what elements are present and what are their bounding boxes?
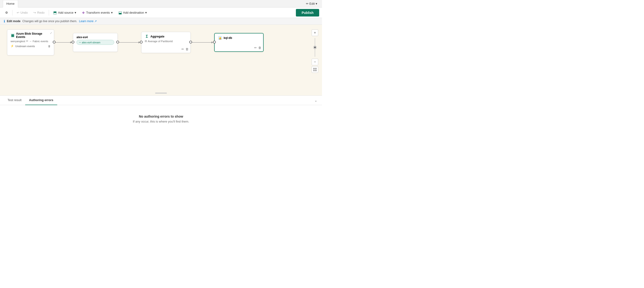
stream-right-connector [116, 41, 119, 44]
edit-label: Edit [310, 2, 315, 6]
edit-chevron-icon: ▾ [316, 2, 317, 6]
toolbar: ⚙ ↩ Undo ↪ Redo ⬒ Add source ▾ ❖ Transfo… [0, 8, 322, 18]
tab-test-result[interactable]: Test result [4, 96, 25, 105]
bottom-content: No authoring errors to show If any occur… [0, 105, 322, 133]
destination-node-title: kql-db [224, 36, 232, 40]
add-destination-chevron-icon: ▾ [145, 11, 147, 14]
source-node-actions: ⚡ Unstream events 🗑 [10, 45, 50, 48]
source-node-header: ▦ Azure Blob Storage Events [10, 32, 50, 39]
transform-right-connector [189, 41, 192, 44]
info-icon: ℹ [4, 19, 5, 23]
source-node-sub: wenyangtest ✏ → Fabric events [10, 40, 50, 43]
stream-left-connector [72, 41, 74, 44]
add-source-icon: ⬒ [53, 10, 57, 15]
destination-node-header: 🔔 kql-db [218, 36, 260, 40]
tab-home[interactable]: Home [3, 0, 18, 8]
destination-edit-icon[interactable]: ✏ [254, 46, 257, 50]
learn-more-link[interactable]: Learn more ↗ [79, 20, 97, 23]
edit-icon: ✏ [306, 2, 308, 6]
transform-icon: ❖ [82, 11, 85, 15]
source-dest: Fabric events [33, 40, 48, 43]
stream-pill-icon: ~ [79, 41, 81, 44]
undo-button[interactable]: ↩ Undo [14, 10, 30, 16]
edit-banner-message: Changes will go live once you publish th… [22, 20, 77, 23]
transform-edit-icon[interactable]: ✏ [182, 47, 184, 51]
add-destination-label: Add destination [123, 11, 144, 14]
arrow-1 [54, 40, 73, 45]
stream-pill-label: alex-es4-stream [82, 41, 100, 44]
no-errors-sub: If any occur, this is where you'll find … [133, 120, 189, 123]
publish-button[interactable]: Publish [296, 9, 319, 17]
chevron-down-icon: ⌄ [314, 99, 317, 102]
zoom-fit-button[interactable] [312, 66, 318, 73]
svg-rect-9 [316, 68, 316, 69]
stream-pill[interactable]: ~ alex-es4-stream [76, 40, 114, 45]
stream-node[interactable]: alex-es4 ~ alex-es4-stream [73, 33, 118, 52]
add-destination-button[interactable]: ⬓ Add destination ▾ [116, 9, 150, 16]
transform-node-title: Aggregate [150, 35, 164, 38]
svg-rect-11 [316, 70, 316, 71]
transform-delete-icon[interactable]: 🗑 [186, 47, 188, 51]
source-arrow: → [29, 40, 32, 43]
toolbar-separator-1 [12, 10, 12, 16]
arrow-3 [191, 40, 214, 45]
sigma-icon: Σ [145, 35, 149, 39]
add-source-button[interactable]: ⬒ Add source ▾ [51, 9, 78, 16]
destination-node-actions: ✏ 🗑 [254, 46, 261, 50]
source-delete-icon[interactable]: 🗑 [48, 45, 50, 48]
pipeline-area: ⤢ ▦ Azure Blob Storage Events wenyangtes… [7, 30, 264, 55]
bottom-tabs: Test result Authoring errors ⌄ [0, 96, 322, 105]
redo-icon: ↪ [34, 11, 36, 14]
zoom-controls: + − [312, 30, 318, 73]
no-errors-title: No authoring errors to show [139, 115, 183, 118]
destination-delete-icon[interactable]: 🗑 [258, 46, 261, 50]
destination-left-connector [213, 41, 216, 44]
azure-blob-icon: ▦ [10, 33, 14, 38]
transform-node-sub: ⊟ Average of PartitionId [145, 40, 187, 43]
transform-sub-label: Average of PartitionId [148, 40, 173, 43]
unstream-icon: ⚡ [10, 45, 14, 48]
scroll-indicator [155, 93, 167, 94]
destination-node[interactable]: 🔔 kql-db ✏ 🗑 [214, 33, 264, 52]
zoom-out-button[interactable]: − [312, 59, 318, 65]
transform-node-actions: ✏ 🗑 [182, 47, 188, 51]
bottom-panel-chevron[interactable]: ⌄ [314, 98, 318, 103]
settings-button[interactable]: ⚙ [3, 10, 10, 16]
undo-label: Undo [20, 11, 28, 14]
tab-test-result-label: Test result [8, 98, 22, 102]
add-destination-icon: ⬓ [118, 10, 122, 15]
source-user: wenyangtest [10, 40, 25, 43]
tab-home-label: Home [6, 2, 14, 6]
redo-button[interactable]: ↪ Redo [31, 10, 47, 16]
transform-events-button[interactable]: ❖ Transform events ▾ [80, 10, 115, 16]
source-node-title: Azure Blob Storage Events [16, 32, 50, 39]
source-node[interactable]: ⤢ ▦ Azure Blob Storage Events wenyangtes… [7, 30, 54, 55]
undo-icon: ↩ [17, 11, 19, 14]
transform-chevron-icon: ▾ [111, 11, 113, 14]
canvas[interactable]: ⤢ ▦ Azure Blob Storage Events wenyangtes… [0, 25, 322, 95]
source-edit-icon: ✏ [26, 40, 28, 43]
add-source-label: Add source [58, 11, 74, 14]
unstream-label[interactable]: Unstream events [15, 45, 35, 48]
toolbar-separator-2 [49, 10, 49, 16]
publish-label: Publish [302, 11, 314, 15]
svg-text:🔔: 🔔 [219, 37, 222, 40]
tab-authoring-errors[interactable]: Authoring errors [25, 96, 57, 105]
transform-node[interactable]: Σ Aggregate ⊟ Average of PartitionId ✏ 🗑 [141, 32, 191, 53]
source-expand-icon[interactable]: ⤢ [50, 32, 52, 35]
edit-mode-label: Edit mode [7, 20, 20, 23]
transform-left-connector [140, 41, 143, 44]
svg-rect-8 [314, 68, 314, 69]
learn-more-label: Learn more [79, 20, 94, 23]
edit-mode-banner: ℹ Edit mode Changes will go live once yo… [0, 18, 322, 25]
zoom-slider-track[interactable] [315, 38, 315, 57]
transform-node-header: Σ Aggregate [145, 35, 187, 39]
settings-icon: ⚙ [5, 11, 8, 14]
zoom-slider-thumb[interactable] [314, 46, 316, 49]
edit-button[interactable]: ✏ Edit ▾ [304, 1, 319, 6]
zoom-in-button[interactable]: + [312, 30, 318, 36]
source-right-connector [53, 41, 56, 44]
bottom-panel: Test result Authoring errors ⌄ No author… [0, 95, 322, 133]
kql-db-icon: 🔔 [218, 36, 222, 40]
transform-table-icon: ⊟ [145, 40, 147, 43]
